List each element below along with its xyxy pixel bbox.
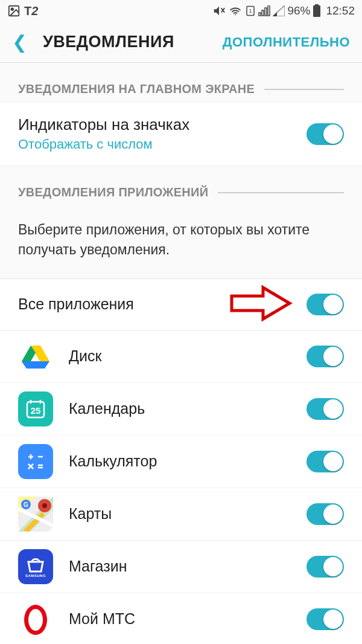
carrier-label: T2 — [24, 4, 38, 18]
icon-badges-subtitle: Отображать с числом — [18, 137, 306, 152]
svg-text:G: G — [24, 501, 28, 508]
battery-icon — [313, 4, 321, 18]
app-row-disk[interactable]: Диск — [0, 330, 362, 383]
svg-marker-16 — [22, 361, 49, 369]
section-description: Выберите приложения, от которых вы хотит… — [0, 207, 362, 279]
calendar-icon: 25 — [18, 391, 53, 427]
calculator-icon — [18, 444, 53, 479]
app-row-store[interactable]: SAMSUNG Магазин — [0, 541, 362, 593]
app-toggle-calculator[interactable] — [306, 451, 344, 472]
all-apps-toggle[interactable] — [306, 294, 344, 315]
svg-text:25: 25 — [31, 405, 41, 416]
battery-percent: 96% — [287, 4, 310, 18]
app-label: Диск — [69, 347, 291, 365]
app-label: Карты — [69, 505, 291, 523]
svg-point-1 — [11, 8, 13, 10]
app-toggle-calendar[interactable] — [306, 398, 344, 420]
app-toggle-maps[interactable] — [306, 503, 344, 525]
svg-rect-6 — [259, 13, 261, 16]
svg-rect-8 — [265, 8, 267, 16]
maps-icon: G — [18, 497, 53, 532]
signal-icon — [258, 5, 270, 16]
icon-badges-toggle[interactable] — [306, 123, 344, 145]
svg-rect-12 — [315, 4, 319, 5]
status-left: T2 — [7, 4, 38, 18]
picture-icon — [7, 4, 21, 18]
status-right: 1 96% 12:52 — [212, 4, 355, 18]
icon-badges-row[interactable]: Индикаторы на значках Отображать с число… — [0, 103, 362, 166]
app-label: Магазин — [69, 558, 291, 575]
page-title: УВЕДОМЛЕНИЯ — [43, 33, 223, 51]
app-label: Мой МТС — [69, 610, 291, 628]
app-toggle-disk[interactable] — [306, 346, 344, 367]
signal2-icon — [273, 5, 285, 16]
svg-text:1: 1 — [249, 8, 252, 14]
all-apps-row[interactable]: Все приложения — [0, 279, 362, 330]
svg-rect-7 — [262, 10, 264, 16]
app-toggle-store[interactable] — [306, 556, 344, 578]
back-icon[interactable]: ❮ — [12, 31, 27, 53]
mute-icon — [212, 4, 226, 18]
app-label: Калькулятор — [69, 452, 291, 470]
all-apps-label: Все приложения — [18, 295, 134, 313]
svg-point-32 — [42, 503, 47, 508]
svg-rect-13 — [313, 5, 320, 17]
svg-rect-9 — [268, 5, 270, 16]
app-row-mts[interactable]: Мой МТС — [0, 593, 362, 644]
icon-badges-title: Индикаторы на значках — [18, 115, 306, 134]
app-row-maps[interactable]: G Карты — [0, 488, 362, 541]
section-header-home-notifications: УВЕДОМЛЕНИЯ НА ГЛАВНОМ ЭКРАНЕ — [0, 63, 362, 103]
app-row-calendar[interactable]: 25 Календарь — [0, 383, 362, 436]
app-label: Календарь — [69, 400, 291, 417]
mts-icon — [18, 602, 53, 637]
status-bar: T2 1 96% 12:52 — [0, 0, 362, 22]
sim1-icon: 1 — [245, 5, 256, 17]
section-header-app-notifications: УВЕДОМЛЕНИЯ ПРИЛОЖЕНИЙ — [0, 166, 362, 207]
svg-text:SAMSUNG: SAMSUNG — [25, 574, 46, 578]
app-row-calculator[interactable]: Калькулятор — [0, 436, 362, 488]
wifi-icon — [228, 4, 243, 18]
header-action-button[interactable]: ДОПОЛНИТЕЛЬНО — [223, 34, 350, 50]
status-time: 12:52 — [326, 4, 355, 18]
drive-icon — [18, 339, 53, 374]
app-toggle-mts[interactable] — [306, 608, 344, 630]
svg-point-37 — [28, 609, 43, 631]
app-header: ❮ УВЕДОМЛЕНИЯ ДОПОЛНИТЕЛЬНО — [0, 22, 362, 63]
store-icon: SAMSUNG — [18, 549, 53, 584]
arrow-annotation-icon — [227, 284, 293, 323]
